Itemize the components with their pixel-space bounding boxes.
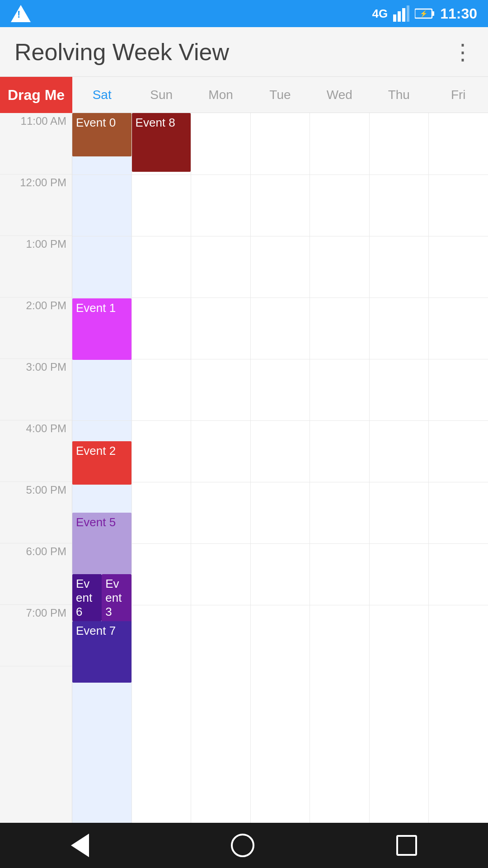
event-7[interactable]: Event 7 xyxy=(72,621,131,683)
time-700pm: 7:00 PM xyxy=(0,605,72,666)
day-header-thu[interactable]: Thu xyxy=(369,77,428,113)
svg-text:⚡: ⚡ xyxy=(420,10,428,18)
nav-bar xyxy=(0,823,488,868)
event-5[interactable]: Event 5 xyxy=(72,513,131,574)
svg-rect-0 xyxy=(393,14,396,22)
day-col-thu xyxy=(370,113,429,823)
time-200pm: 2:00 PM xyxy=(0,297,72,359)
battery-icon: ⚡ xyxy=(415,7,435,20)
home-button[interactable] xyxy=(231,834,254,857)
svg-rect-5 xyxy=(432,11,434,16)
day-col-tue xyxy=(251,113,310,823)
day-col-fri xyxy=(429,113,488,823)
app-bar: Reolving Week View ⋮ xyxy=(0,27,488,77)
day-col-sat: Event 0 Event 1 Event 2 Event 5 Event6 E… xyxy=(72,113,132,823)
time-400pm: 4:00 PM xyxy=(0,420,72,482)
time-500pm: 5:00 PM xyxy=(0,482,72,543)
day-header-wed[interactable]: Wed xyxy=(310,77,369,113)
time-display: 11:30 xyxy=(440,5,477,22)
day-header-sat[interactable]: Sat xyxy=(72,77,131,113)
recent-button[interactable] xyxy=(396,835,417,856)
status-right: 4G ⚡ 11:30 xyxy=(372,5,477,22)
day-header-tue[interactable]: Tue xyxy=(250,77,310,113)
time-300pm: 3:00 PM xyxy=(0,359,72,420)
calendar-header: Drag Me Sat Sun Mon Tue Wed Thu Fri xyxy=(0,77,488,113)
day-header-fri[interactable]: Fri xyxy=(429,77,488,113)
status-warning xyxy=(11,5,31,22)
day-headers: Sat Sun Mon Tue Wed Thu Fri xyxy=(72,77,488,113)
svg-rect-2 xyxy=(402,8,405,22)
time-column: 11:00 AM 12:00 PM 1:00 PM 2:00 PM 3:00 P… xyxy=(0,113,72,823)
time-100pm: 1:00 PM xyxy=(0,236,72,297)
event-8[interactable]: Event 8 xyxy=(132,113,191,172)
signal-icon xyxy=(393,5,409,22)
recent-icon xyxy=(396,835,417,856)
event-2[interactable]: Event 2 xyxy=(72,441,131,485)
back-button[interactable] xyxy=(71,834,89,857)
svg-rect-1 xyxy=(398,11,401,22)
status-bar: 4G ⚡ 11:30 xyxy=(0,0,488,27)
event-0[interactable]: Event 0 xyxy=(72,113,131,156)
back-icon xyxy=(71,834,89,857)
svg-rect-3 xyxy=(407,5,409,22)
calendar-body: 11:00 AM 12:00 PM 1:00 PM 2:00 PM 3:00 P… xyxy=(0,113,488,823)
time-1100am: 11:00 AM xyxy=(0,113,72,175)
warning-icon xyxy=(11,5,31,22)
time-600pm: 6:00 PM xyxy=(0,543,72,605)
day-header-sun[interactable]: Sun xyxy=(131,77,191,113)
app-title: Reolving Week View xyxy=(14,38,229,66)
event-6[interactable]: Event6 xyxy=(72,574,102,621)
day-col-wed xyxy=(310,113,370,823)
day-col-mon xyxy=(191,113,251,823)
signal-label: 4G xyxy=(372,7,388,21)
time-1200pm: 12:00 PM xyxy=(0,175,72,236)
home-icon xyxy=(231,834,254,857)
days-grid: Event 0 Event 1 Event 2 Event 5 Event6 E… xyxy=(72,113,488,823)
day-col-sun: Event 8 xyxy=(132,113,192,823)
drag-button[interactable]: Drag Me xyxy=(0,77,72,113)
event-1[interactable]: Event 1 xyxy=(72,298,131,360)
day-header-mon[interactable]: Mon xyxy=(191,77,250,113)
more-options-button[interactable]: ⋮ xyxy=(452,39,474,65)
